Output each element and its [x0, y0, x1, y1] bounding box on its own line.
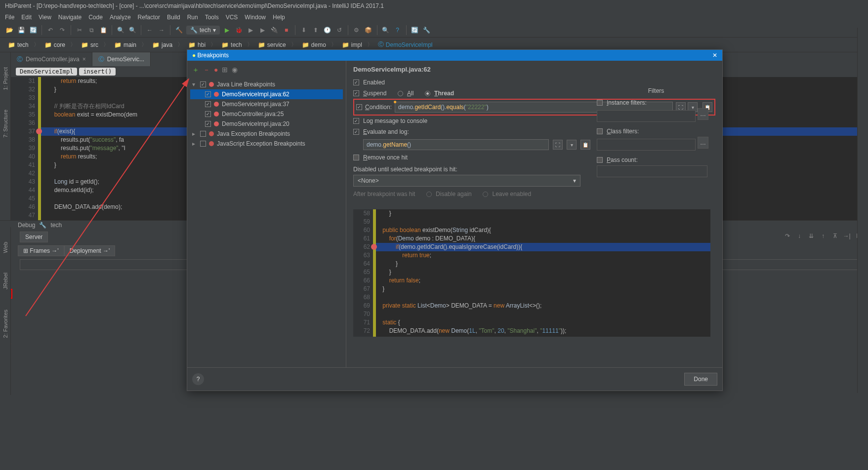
copy-icon[interactable]: ⧉ — [87, 26, 96, 35]
coverage-icon[interactable]: ▶ — [247, 26, 255, 35]
force-step-into-icon[interactable]: ⇊ — [807, 232, 816, 240]
vcs-update-icon[interactable]: ⬇ — [299, 26, 308, 35]
help-button[interactable]: ? — [192, 373, 204, 385]
bp-item-25[interactable]: ✓DemoController.java:25 — [190, 109, 343, 119]
menu-build[interactable]: Build — [167, 14, 180, 21]
step-over-icon[interactable]: ↷ — [783, 232, 792, 240]
eval-input[interactable]: demo.getName() — [363, 139, 549, 150]
close-icon[interactable]: × — [83, 56, 86, 63]
open-icon[interactable]: 📂 — [5, 26, 14, 35]
step-into-icon[interactable]: ↓ — [795, 232, 804, 240]
instance-filter-input[interactable] — [597, 110, 696, 122]
sdk-icon[interactable]: 📦 — [364, 26, 373, 35]
tool-web[interactable]: Web — [2, 242, 8, 253]
bp-dot-icon[interactable]: ● — [214, 66, 218, 75]
bp-group-java-ex[interactable]: ▸ Java Exception Breakpoints — [190, 129, 343, 139]
bc-tech[interactable]: 📁tech — [5, 40, 32, 49]
tab-frames[interactable]: ⊞ Frames →' — [18, 245, 64, 256]
paste-icon[interactable]: 📋 — [99, 26, 108, 35]
redo-icon[interactable]: ↷ — [58, 26, 67, 35]
menu-window[interactable]: Window — [245, 14, 266, 21]
instance-filter-checkbox[interactable] — [597, 100, 603, 106]
bc-class[interactable]: Ⓒ DemoServiceImpl — [375, 39, 436, 50]
radio-all[interactable] — [398, 91, 403, 96]
menu-run[interactable]: Run — [187, 14, 198, 21]
remove-bp-icon[interactable]: － — [203, 66, 210, 75]
bc-tech2[interactable]: 📁tech — [218, 40, 245, 49]
bp-group-js-ex[interactable]: ▸ JavaScript Exception Breakpoints — [190, 139, 343, 149]
tool-jrebel[interactable]: JRebel — [2, 273, 8, 289]
close-dialog-icon[interactable]: ✕ — [712, 52, 717, 59]
search-everywhere-icon[interactable]: 🔍 — [381, 26, 390, 35]
tool-structure[interactable]: 7: Structure — [2, 110, 8, 138]
find-icon[interactable]: 🔍 — [116, 26, 125, 35]
bp-item-37[interactable]: ✓DemoServiceImpl.java:37 — [190, 99, 343, 109]
suspend-checkbox[interactable]: ✓ — [353, 90, 359, 96]
crumb-method[interactable]: insert() — [79, 68, 116, 76]
eval-checkbox[interactable]: ✓ — [353, 129, 359, 135]
instance-filter-browse[interactable]: … — [698, 108, 708, 120]
condition-checkbox[interactable]: ✓ — [356, 104, 362, 110]
bp-item-20[interactable]: ✓DemoServiceImpl.java:20 — [190, 119, 343, 129]
class-filter-checkbox[interactable] — [597, 128, 603, 134]
pass-count-input[interactable] — [597, 165, 707, 177]
dialog-title-bar[interactable]: ● Breakpoints ✕ — [187, 50, 722, 61]
run-icon[interactable]: ▶ — [223, 26, 232, 35]
pass-count-checkbox[interactable] — [597, 157, 603, 163]
step-out-icon[interactable]: ↑ — [819, 232, 827, 240]
group-by-icon[interactable]: ⊞ — [222, 66, 228, 75]
back-icon[interactable]: ← — [145, 26, 154, 35]
save-icon[interactable]: 💾 — [17, 26, 26, 35]
bc-src[interactable]: 📁src — [78, 40, 101, 49]
eval-history-icon[interactable]: 📋 — [580, 140, 590, 150]
forward-icon[interactable]: → — [157, 26, 166, 35]
attach-icon[interactable]: 🔌 — [270, 26, 279, 35]
jrebel-icon[interactable]: 🔄 — [411, 26, 419, 35]
menu-edit[interactable]: Edit — [21, 14, 32, 21]
breakpoint-code-preview[interactable]: 585960616263646566676869707172 } public … — [353, 209, 715, 337]
radio-thread[interactable] — [425, 91, 430, 96]
cut-icon[interactable]: ✂ — [75, 26, 84, 35]
eval-dropdown-icon[interactable]: ▾ — [567, 140, 577, 150]
drop-frame-icon[interactable]: ⊼ — [830, 232, 839, 240]
bc-service[interactable]: 📁service — [255, 40, 289, 49]
menu-help[interactable]: Help — [273, 14, 285, 21]
replace-icon[interactable]: 🔍 — [128, 26, 137, 35]
menu-view[interactable]: View — [39, 14, 51, 21]
group-by2-icon[interactable]: ◉ — [232, 66, 238, 75]
enabled-checkbox[interactable]: ✓ — [353, 79, 359, 85]
tool-favorites[interactable]: 2: Favorites — [2, 310, 8, 338]
debug-icon[interactable]: 🐞 — [235, 26, 244, 35]
tab-deployment[interactable]: Deployment →' — [64, 245, 116, 256]
crumb-class[interactable]: DemoServiceImpl — [16, 68, 77, 76]
vcs-history-icon[interactable]: 🕐 — [323, 26, 332, 35]
menu-vcs[interactable]: VCS — [226, 14, 238, 21]
stop-icon[interactable]: ■ — [282, 26, 291, 35]
menu-refactor[interactable]: Refactor — [138, 14, 160, 21]
vcs-commit-icon[interactable]: ⬆ — [311, 26, 320, 35]
sync-icon[interactable]: 🔄 — [29, 26, 38, 35]
undo-icon[interactable]: ↶ — [46, 26, 55, 35]
profile-icon[interactable]: ▶ — [258, 26, 267, 35]
add-bp-icon[interactable]: ＋ — [192, 66, 199, 75]
log-checkbox[interactable]: ✓ — [353, 118, 359, 124]
menu-analyze[interactable]: Analyze — [110, 14, 131, 21]
vcs-revert-icon[interactable]: ↺ — [335, 26, 344, 35]
xrebel-icon[interactable]: 🔧 — [422, 26, 431, 35]
menu-code[interactable]: Code — [88, 14, 103, 21]
bc-main[interactable]: 📁main — [111, 40, 139, 49]
bp-item-62[interactable]: ✓DemoServiceImpl.java:62 — [190, 89, 343, 99]
class-filter-browse[interactable]: … — [698, 137, 708, 149]
class-filter-input[interactable] — [597, 139, 696, 151]
done-button[interactable]: Done — [684, 373, 717, 386]
disabled-until-select[interactable]: <None>▾ — [353, 175, 580, 187]
tab-democontroller[interactable]: ⒸDemoController.java× — [11, 52, 92, 66]
menu-file[interactable]: File — [5, 14, 14, 21]
bp-group-java-line[interactable]: ▾✓ Java Line Breakpoints — [190, 79, 343, 89]
bc-demo[interactable]: 📁demo — [299, 40, 329, 49]
help-icon[interactable]: ? — [393, 26, 402, 35]
eval-expand-icon[interactable]: ⛶ — [553, 140, 563, 150]
tab-server[interactable]: Server — [20, 232, 48, 242]
tool-project[interactable]: 1: Project — [2, 67, 8, 90]
bc-hbi[interactable]: 📁hbi — [185, 40, 208, 49]
